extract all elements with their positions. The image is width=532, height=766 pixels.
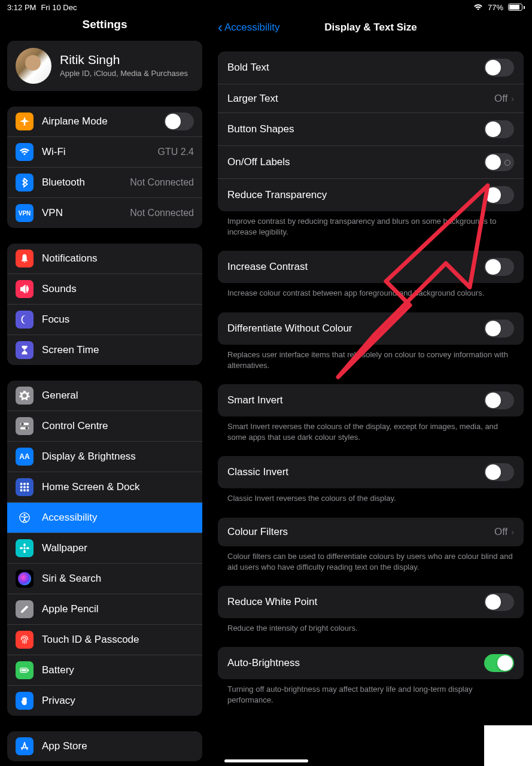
toggle[interactable] xyxy=(484,320,514,338)
sidebar-item-focus[interactable]: Focus xyxy=(7,305,202,335)
sidebar-group: GeneralControl CentreAADisplay & Brightn… xyxy=(7,381,202,716)
sidebar-item-bluetooth[interactable]: BluetoothNot Connected xyxy=(7,168,202,198)
sidebar-item-label: Notifications xyxy=(42,253,194,265)
sidebar-item-airplane-mode[interactable]: Airplane Mode xyxy=(7,107,202,137)
detail-row-larger-text[interactable]: Larger TextOff› xyxy=(218,84,524,113)
detail-group: Differentiate Without Colour xyxy=(218,312,524,345)
svg-rect-21 xyxy=(22,669,26,671)
detail-group-footer: Increase colour contrast between app for… xyxy=(218,283,524,312)
sidebar-item-privacy[interactable]: Privacy xyxy=(7,686,202,716)
sidebar-item-label: Bluetooth xyxy=(42,177,121,189)
detail-row-button-shapes[interactable]: Button Shapes xyxy=(218,113,524,146)
detail-body[interactable]: Bold TextLarger TextOff›Button ShapesOn/… xyxy=(209,41,532,766)
toggle[interactable] xyxy=(484,463,514,481)
moon-icon xyxy=(16,311,34,329)
status-date: Fri 10 Dec xyxy=(41,3,77,12)
sidebar-item-wi-fi[interactable]: Wi-FiGTU 2.4 xyxy=(7,137,202,168)
sidebar-item-control-centre[interactable]: Control Centre xyxy=(7,411,202,442)
sidebar-item-value: Not Connected xyxy=(130,177,194,188)
sidebar-item-label: Wallpaper xyxy=(42,542,194,554)
detail-group: Colour FiltersOff› xyxy=(218,518,524,546)
grid-icon xyxy=(16,478,34,496)
toggle[interactable] xyxy=(484,654,514,672)
chevron-right-icon: › xyxy=(511,94,514,104)
sidebar-item-display-brightness[interactable]: AADisplay & Brightness xyxy=(7,442,202,472)
sidebar-item-label: Focus xyxy=(42,314,194,326)
bluetooth-icon xyxy=(16,174,34,192)
hourglass-icon xyxy=(16,341,34,359)
white-block xyxy=(484,725,532,766)
detail-group: Reduce White Point xyxy=(218,586,524,618)
detail-group: Increase Contrast xyxy=(218,251,524,283)
sidebar-item-siri-search[interactable]: Siri & Search xyxy=(7,564,202,594)
sidebar-item-battery[interactable]: Battery xyxy=(7,655,202,686)
settings-sidebar[interactable]: Settings Ritik Singh Apple ID, iCloud, M… xyxy=(0,14,209,766)
chevron-left-icon: ‹ xyxy=(218,20,223,35)
sidebar-item-touch-id-passcode[interactable]: Touch ID & Passcode xyxy=(7,625,202,655)
detail-row-reduce-white-point[interactable]: Reduce White Point xyxy=(218,586,524,618)
detail-row-classic-invert[interactable]: Classic Invert xyxy=(218,456,524,488)
bell-icon xyxy=(16,250,34,268)
sidebar-item-vpn[interactable]: VPNVPNNot Connected xyxy=(7,198,202,228)
detail-row-increase-contrast[interactable]: Increase Contrast xyxy=(218,251,524,283)
sidebar-item-home-screen-dock[interactable]: Home Screen & Dock xyxy=(7,472,202,503)
svg-point-19 xyxy=(26,547,29,549)
home-indicator[interactable] xyxy=(224,759,308,762)
svg-point-15 xyxy=(23,547,26,549)
sidebar-item-screen-time[interactable]: Screen Time xyxy=(7,335,202,365)
profile-name: Ritik Singh xyxy=(60,53,188,67)
detail-group-footer: Reduce the intensity of bright colours. xyxy=(218,618,524,647)
detail-row-label: Reduce White Point xyxy=(227,596,484,608)
svg-rect-7 xyxy=(20,486,23,488)
toggle[interactable] xyxy=(484,120,514,138)
sidebar-item-label: Screen Time xyxy=(42,344,194,356)
detail-row-label: Reduce Transparency xyxy=(227,189,484,201)
sidebar-item-accessibility[interactable]: Accessibility xyxy=(7,503,202,533)
sidebar-item-label: Privacy xyxy=(42,695,194,707)
detail-group-footer: Classic Invert reverses the colours of t… xyxy=(218,488,524,517)
toggle[interactable] xyxy=(164,113,194,130)
sidebar-item-label: Touch ID & Passcode xyxy=(42,634,194,646)
detail-row-smart-invert[interactable]: Smart Invert xyxy=(218,384,524,417)
toggle[interactable] xyxy=(484,153,514,171)
back-label: Accessibility xyxy=(224,22,280,34)
battery-percent: 77% xyxy=(488,3,503,12)
wifi-icon xyxy=(16,143,34,161)
sidebar-item-wallpaper[interactable]: Wallpaper xyxy=(7,533,202,564)
detail-row-differentiate-without-colour[interactable]: Differentiate Without Colour xyxy=(218,312,524,345)
sidebar-item-sounds[interactable]: Sounds xyxy=(7,274,202,305)
detail-row-colour-filters[interactable]: Colour FiltersOff› xyxy=(218,518,524,546)
sidebar-item-label: Home Screen & Dock xyxy=(42,481,194,493)
touchid-icon xyxy=(16,631,34,649)
toggle[interactable] xyxy=(484,258,514,276)
detail-group-footer: Turning off auto-brightness may affect b… xyxy=(218,679,524,719)
detail-row-on-off-labels[interactable]: On/Off Labels xyxy=(218,146,524,179)
detail-row-reduce-transparency[interactable]: Reduce Transparency xyxy=(218,179,524,211)
sidebar-item-label: Wi-Fi xyxy=(42,146,150,158)
wifi-icon xyxy=(473,4,483,11)
access-icon xyxy=(16,509,34,527)
svg-point-2 xyxy=(21,422,24,425)
detail-row-label: Differentiate Without Colour xyxy=(227,323,484,335)
svg-rect-11 xyxy=(23,490,26,492)
profile-group: Ritik Singh Apple ID, iCloud, Media & Pu… xyxy=(7,41,202,91)
avatar xyxy=(16,48,51,84)
sidebar-item-app-store[interactable]: App Store xyxy=(7,731,202,761)
toggle[interactable] xyxy=(484,186,514,204)
sidebar-item-general[interactable]: General xyxy=(7,381,202,411)
sidebar-item-apple-pencil[interactable]: Apple Pencil xyxy=(7,594,202,625)
sidebar-item-notifications[interactable]: Notifications xyxy=(7,244,202,274)
toggle[interactable] xyxy=(484,59,514,77)
detail-row-bold-text[interactable]: Bold Text xyxy=(218,51,524,84)
svg-point-3 xyxy=(25,427,28,430)
detail-row-auto-brightness[interactable]: Auto-Brightness xyxy=(218,647,524,679)
sidebar-item-value: GTU 2.4 xyxy=(158,147,194,157)
toggle[interactable] xyxy=(484,593,514,611)
sidebar-group: NotificationsSoundsFocusScreen Time xyxy=(7,244,202,365)
profile-row[interactable]: Ritik Singh Apple ID, iCloud, Media & Pu… xyxy=(7,41,202,91)
detail-pane: ‹ Accessibility Display & Text Size Bold… xyxy=(209,14,532,766)
toggle[interactable] xyxy=(484,391,514,409)
sidebar-item-label: Battery xyxy=(42,664,194,676)
back-button[interactable]: ‹ Accessibility xyxy=(218,20,280,35)
svg-rect-4 xyxy=(20,483,23,485)
